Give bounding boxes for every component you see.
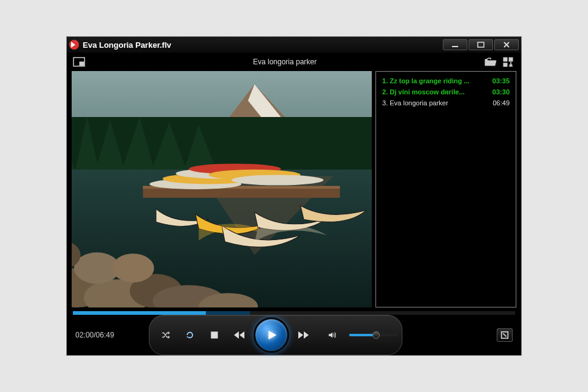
playlist-toggle-icon bbox=[503, 57, 515, 67]
playlist-item-duration: 03:35 bbox=[492, 77, 510, 85]
svg-rect-4 bbox=[503, 58, 507, 61]
shuffle-icon bbox=[161, 331, 170, 339]
rewind-button[interactable] bbox=[227, 324, 251, 346]
volume-slider[interactable] bbox=[349, 334, 398, 336]
rewind-icon bbox=[233, 330, 244, 341]
fullscreen-icon bbox=[500, 331, 509, 339]
playlist-item-title: Eva longoria parker bbox=[390, 99, 448, 107]
mute-button[interactable] bbox=[320, 324, 344, 346]
speaker-icon bbox=[328, 331, 336, 339]
compact-view-icon bbox=[73, 57, 85, 67]
minimize-icon bbox=[451, 42, 459, 48]
playlist-item-duration: 03:30 bbox=[492, 88, 510, 96]
svg-rect-0 bbox=[452, 46, 458, 47]
open-file-button[interactable] bbox=[484, 57, 497, 67]
playlist-item-index: 1 bbox=[382, 77, 386, 85]
svg-rect-1 bbox=[478, 42, 484, 47]
playlist-panel: 1. Zz top la grange riding ... 03:35 2. … bbox=[375, 71, 516, 307]
app-icon bbox=[69, 40, 79, 50]
svg-rect-3 bbox=[80, 62, 84, 66]
playlist-item[interactable]: 3. Eva longoria parker 06:49 bbox=[379, 97, 513, 108]
window-title: Eva Longoria Parker.flv bbox=[83, 40, 442, 50]
playlist-item-index: 2 bbox=[382, 88, 386, 96]
seek-bar[interactable] bbox=[73, 311, 515, 315]
stop-button[interactable] bbox=[202, 324, 227, 346]
video-frame-scene bbox=[72, 71, 372, 307]
stop-icon bbox=[209, 330, 220, 341]
fullscreen-button[interactable] bbox=[497, 328, 513, 342]
playlist-item-title: Zz top la grange riding ... bbox=[390, 77, 469, 85]
folder-open-icon bbox=[484, 57, 497, 67]
transport-cluster bbox=[149, 315, 402, 355]
play-icon bbox=[265, 328, 278, 342]
shuffle-button[interactable] bbox=[153, 324, 178, 346]
toolbar: Eva longoria parker bbox=[67, 53, 521, 71]
seek-fill bbox=[73, 311, 206, 315]
titlebar: Eva Longoria Parker.flv bbox=[67, 37, 521, 53]
svg-rect-6 bbox=[503, 63, 507, 67]
now-playing-title: Eva longoria parker bbox=[85, 58, 484, 66]
svg-point-23 bbox=[112, 254, 154, 282]
close-button[interactable] bbox=[494, 39, 519, 50]
repeat-button[interactable] bbox=[178, 324, 202, 346]
forward-icon bbox=[298, 330, 309, 341]
toggle-playlist-button[interactable] bbox=[503, 57, 515, 67]
volume-knob[interactable] bbox=[372, 331, 380, 339]
playlist-item-duration: 06:49 bbox=[492, 99, 510, 107]
maximize-icon bbox=[477, 42, 484, 48]
playlist-item-title: Dj vini moscow dягile... bbox=[390, 88, 464, 96]
playlist-item[interactable]: 1. Zz top la grange riding ... 03:35 bbox=[379, 75, 513, 86]
minimize-button[interactable] bbox=[443, 39, 467, 50]
svg-rect-5 bbox=[509, 58, 513, 61]
video-viewport[interactable] bbox=[72, 71, 372, 307]
svg-rect-26 bbox=[211, 331, 217, 338]
main-area: 1. Zz top la grange riding ... 03:35 2. … bbox=[67, 71, 521, 307]
playlist-item[interactable]: 2. Dj vini moscow dягile... 03:30 bbox=[379, 86, 513, 97]
time-display: 02:00/06:49 bbox=[75, 331, 143, 339]
forward-button[interactable] bbox=[292, 324, 316, 346]
playlist-item-index: 3 bbox=[382, 99, 386, 107]
compact-view-button[interactable] bbox=[73, 57, 85, 67]
close-icon bbox=[503, 42, 510, 48]
svg-point-17 bbox=[232, 175, 323, 185]
repeat-icon bbox=[186, 331, 194, 339]
maximize-button[interactable] bbox=[469, 39, 493, 50]
control-bar: 02:00/06:49 bbox=[67, 315, 521, 355]
play-button[interactable] bbox=[254, 317, 289, 353]
player-window: Eva Longoria Parker.flv Eva longoria par… bbox=[66, 36, 522, 356]
